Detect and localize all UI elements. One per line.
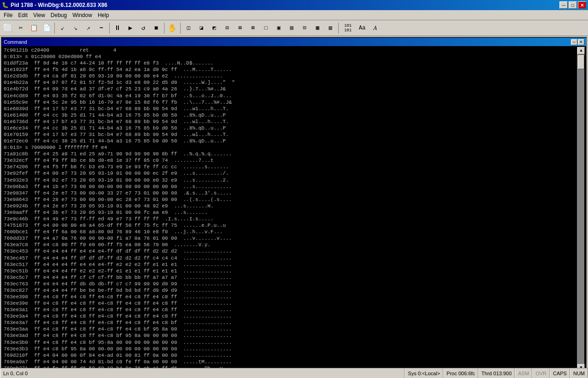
title-bar: 🐛 Pid 1788 - WinDbg:6.12.0002.633 X86 ─ …: [0, 0, 588, 10]
toolbar-mem3[interactable]: ◩: [208, 22, 220, 34]
scroll-up-button[interactable]: ▲: [577, 47, 585, 54]
toolbar: ⬜ ✂ 📋 📄 ↙ ↘ ↗ ➡ ⏸ ▶ ↺ ■ ✋ ◫ ◪ ◩ ⊟ ⊞ ⊠ □ …: [0, 20, 588, 36]
command-window: Command ─ ✕ 7c90121b c20400 ret 4 0:013>…: [1, 37, 587, 378]
status-bar: Ln 0, Col 0 Sys 0:<Local> Proc 006:6fc T…: [0, 368, 588, 378]
toolbar-step-over[interactable]: ↘: [70, 22, 82, 34]
maximize-button[interactable]: □: [569, 1, 577, 9]
toolbar-hand[interactable]: ✋: [166, 22, 178, 34]
toolbar-callstack[interactable]: ⊡: [299, 22, 311, 34]
status-num: NUM: [570, 368, 588, 378]
toolbar-new[interactable]: ⬜: [2, 22, 14, 34]
toolbar-mem6[interactable]: ⊠: [247, 22, 259, 34]
main-container: Command ─ ✕ 7c90121b c20400 ret 4 0:013>…: [1, 37, 587, 367]
toolbar-go[interactable]: ▶: [124, 22, 136, 34]
status-asm: ASM: [515, 368, 532, 378]
toolbar-stop[interactable]: ■: [150, 22, 162, 34]
command-window-title: Command: [4, 39, 27, 45]
status-thrd: Thrd 013:900: [478, 368, 515, 378]
menu-window[interactable]: Window: [70, 11, 95, 19]
app-icon: 🐛: [2, 2, 9, 8]
toolbar-disasm[interactable]: ▦: [312, 22, 323, 34]
status-ln: Ln 0, Col 0: [0, 368, 405, 378]
menu-debug[interactable]: Debug: [48, 11, 70, 19]
status-sys: Sys 0:<Local>: [405, 368, 443, 378]
toolbar-mem4[interactable]: ⊟: [221, 22, 233, 34]
toolbar-step-out[interactable]: ↗: [82, 22, 94, 34]
command-close-button[interactable]: ✕: [578, 39, 584, 45]
toolbar-restart[interactable]: ↺: [137, 22, 149, 34]
scrollbar[interactable]: ▲ ▼: [577, 47, 584, 372]
menu-view[interactable]: View: [30, 11, 48, 19]
toolbar-sep5: [338, 23, 339, 34]
close-button[interactable]: ✕: [578, 1, 586, 9]
window-title: Pid 1788 - WinDbg:6.12.0002.633 X86: [11, 2, 107, 8]
toolbar-locals[interactable]: ▣: [273, 22, 285, 34]
status-ovr: OVR: [532, 368, 550, 378]
toolbar-sep4: [180, 23, 181, 34]
menu-help[interactable]: Help: [95, 11, 112, 19]
command-minimize-button[interactable]: ─: [571, 39, 577, 45]
status-caps: CAPS: [550, 368, 570, 378]
toolbar-reg[interactable]: ▤: [286, 22, 298, 34]
toolbar-open[interactable]: ✂: [15, 22, 27, 34]
toolbar-sep1: [54, 23, 55, 34]
command-content[interactable]: 7c90121b c20400 ret 4 0:013> s 01c20000 …: [2, 46, 586, 372]
scroll-thumb[interactable]: [578, 55, 584, 69]
toolbar-mem2[interactable]: ◪: [195, 22, 207, 34]
toolbar-aa[interactable]: Aa: [356, 22, 368, 34]
toolbar-101[interactable]: 101101: [341, 22, 355, 34]
toolbar-watch[interactable]: □: [260, 22, 272, 34]
toolbar-sep3: [164, 23, 165, 34]
menu-file[interactable]: File: [1, 11, 15, 19]
title-bar-buttons: ─ □ ✕: [559, 1, 586, 9]
command-text: 7c90121b c20400 ret 4 0:013> s 01c20000 …: [4, 47, 577, 372]
toolbar-scratch[interactable]: ▧: [324, 22, 336, 34]
toolbar-step-in[interactable]: ↙: [57, 22, 69, 34]
toolbar-break[interactable]: ⏸: [112, 22, 123, 34]
command-title-bar: Command ─ ✕: [2, 38, 586, 46]
minimize-button[interactable]: ─: [559, 1, 568, 9]
menu-edit[interactable]: Edit: [15, 11, 30, 19]
toolbar-save[interactable]: 📋: [28, 22, 40, 34]
scroll-track[interactable]: [577, 54, 584, 364]
toolbar-sep2: [109, 23, 110, 34]
toolbar-run-to[interactable]: ➡: [95, 22, 107, 34]
toolbar-prop[interactable]: 📄: [41, 22, 53, 34]
title-bar-left: 🐛 Pid 1788 - WinDbg:6.12.0002.633 X86: [2, 2, 107, 8]
command-title-buttons: ─ ✕: [571, 39, 584, 45]
menu-bar: File Edit View Debug Window Help: [0, 10, 588, 20]
status-proc: Proc 006:6fc: [443, 368, 478, 378]
toolbar-mem5[interactable]: ⊞: [234, 22, 246, 34]
toolbar-mem1[interactable]: ◫: [182, 22, 194, 34]
toolbar-font[interactable]: 𝐴: [369, 22, 381, 34]
